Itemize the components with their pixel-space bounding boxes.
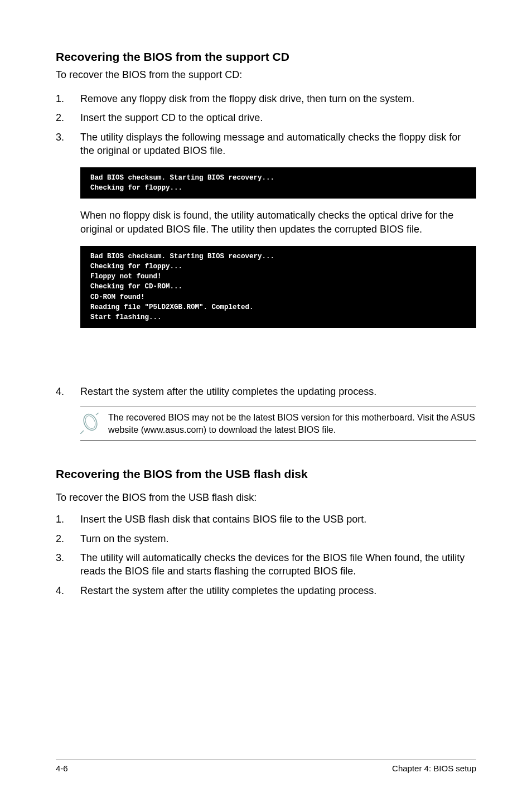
svg-point-0 [81, 413, 100, 432]
list-item: 2.Turn on the system. [56, 532, 476, 545]
note-box: The recovered BIOS may not be the latest… [80, 407, 476, 441]
footer-page-number: 4-6 [56, 764, 68, 773]
page-footer: 4-6 Chapter 4: BIOS setup [56, 760, 476, 773]
step-text: Restart the system after the utility com… [80, 585, 376, 596]
step-number: 2. [56, 532, 64, 545]
list-item: 3.The utility displays the following mes… [56, 131, 476, 158]
list-item: 3.The utility will automatically checks … [56, 551, 476, 578]
step-text: Turn on the system. [80, 533, 168, 544]
step-number: 4. [56, 385, 64, 398]
list-item: 2.Insert the support CD to the optical d… [56, 111, 476, 124]
step-text: The utility displays the following messa… [80, 132, 461, 156]
intro-text-cd: To recover the BIOS from the support CD: [56, 69, 476, 81]
continuation-text: When no floppy disk is found, the utilit… [80, 209, 476, 236]
list-item: 4.Restart the system after the utility c… [56, 584, 476, 597]
list-item: 1.Remove any floppy disk from the floppy… [56, 92, 476, 105]
step-text: Remove any floppy disk from the floppy d… [80, 93, 414, 104]
intro-text-usb: To recover the BIOS from the USB flash d… [56, 492, 476, 504]
step-number: 1. [56, 513, 64, 526]
step-text: Restart the system after the utility com… [80, 386, 376, 397]
step-number: 4. [56, 584, 64, 597]
section-heading-usb: Recovering the BIOS from the USB flash d… [56, 467, 476, 481]
step-number: 3. [56, 131, 64, 144]
svg-line-2 [96, 413, 99, 415]
step-text: Insert the USB flash disk that contains … [80, 514, 366, 525]
step-text: Insert the support CD to the optical dri… [80, 112, 263, 123]
steps-list-usb: 1.Insert the USB flash disk that contain… [56, 513, 476, 597]
steps-list-cd-4: 4.Restart the system after the utility c… [56, 385, 476, 398]
step-number: 2. [56, 111, 64, 124]
list-item: 1.Insert the USB flash disk that contain… [56, 513, 476, 526]
step-text: The utility will automatically checks th… [80, 552, 465, 577]
steps-list-cd: 1.Remove any floppy disk from the floppy… [56, 92, 476, 157]
step-number: 1. [56, 92, 64, 105]
note-text: The recovered BIOS may not be the latest… [108, 412, 476, 436]
list-item: 4.Restart the system after the utility c… [56, 385, 476, 398]
terminal-output-2: Bad BIOS checksum. Starting BIOS recover… [80, 246, 476, 328]
section-heading-cd: Recovering the BIOS from the support CD [56, 50, 476, 64]
svg-point-1 [84, 414, 98, 431]
note-icon [80, 412, 108, 434]
terminal-output-1: Bad BIOS checksum. Starting BIOS recover… [80, 167, 476, 199]
step-number: 3. [56, 551, 64, 564]
footer-chapter: Chapter 4: BIOS setup [392, 764, 476, 773]
